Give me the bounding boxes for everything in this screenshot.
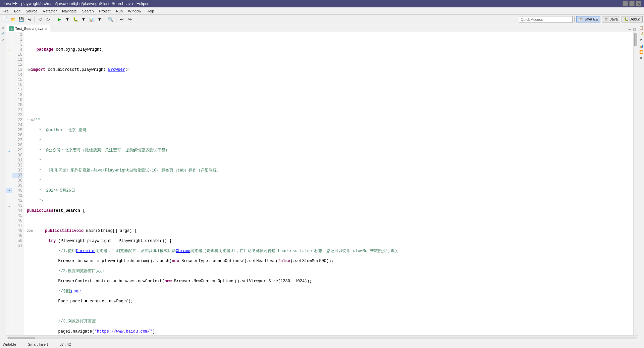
- code-line-30: page1.navigate("https://www.baidu.com/")…: [27, 329, 633, 334]
- code-line-25: BrowserContext context = browser.newCont…: [27, 279, 633, 284]
- annotation-gutter: ⚠ ℹ: [6, 32, 12, 335]
- code-line-3: [27, 57, 633, 62]
- new-button[interactable]: 📄: [1, 16, 9, 23]
- code-line-5: [27, 78, 633, 83]
- java-file-icon: J: [9, 26, 14, 31]
- print-button[interactable]: 🖨: [25, 16, 33, 23]
- menu-bar: File Edit Source Refactor Navigate Searc…: [0, 7, 644, 15]
- menu-edit[interactable]: Edit: [11, 7, 23, 14]
- redo-button[interactable]: ↪: [126, 16, 133, 23]
- minimize-button[interactable]: ─: [623, 1, 628, 6]
- vertical-scrollbar[interactable]: [633, 32, 638, 335]
- code-line-23: Browser browser = playwright.chromium().…: [27, 259, 633, 264]
- code-line-21: try (Playwright playwright = Playwright.…: [27, 239, 633, 244]
- code-line-6: [27, 88, 633, 93]
- main-layout: ⊟ 🔗 ⟳ J Test_Search.java ✕ ─ □: [0, 24, 644, 340]
- menu-source[interactable]: Source: [23, 7, 40, 14]
- maximize-editor-button[interactable]: □: [632, 27, 637, 32]
- outline-icon[interactable]: 📋: [639, 26, 644, 30]
- quick-access-input[interactable]: [519, 16, 573, 23]
- code-line-8: [27, 108, 633, 113]
- settings-icon[interactable]: ⚙: [639, 56, 644, 60]
- status-bar: Writable | Smart Insert | 37 : 42: [0, 340, 644, 348]
- code-line-1: [27, 37, 633, 42]
- open-button[interactable]: 📂: [9, 16, 17, 23]
- editor-area: J Test_Search.java ✕ ─ □ ⚠: [6, 24, 638, 340]
- toolbar: 📄 📂 💾 🖨 ◁ ▷ ▶ ▼ 🐛 ▼ 📊 ▼ 🔍 ↩ ↪ ☕ Java EE …: [0, 15, 644, 24]
- close-button[interactable]: ✕: [636, 1, 641, 6]
- menu-project[interactable]: Project: [96, 7, 113, 14]
- left-gutter: ⊟ 🔗 ⟳: [0, 24, 6, 340]
- line-numbers: 1 2 3 4 10 11 12 13 14 15 16 17 18 19 20…: [12, 32, 24, 335]
- prev-edit-button[interactable]: ◁: [37, 16, 44, 23]
- debug-dropdown-button[interactable]: ▼: [80, 16, 87, 23]
- window-title: Java EE - playwright/src/main/java/com/b…: [3, 1, 150, 6]
- menu-file[interactable]: File: [0, 7, 11, 14]
- minimize-editor-button[interactable]: ─: [628, 27, 632, 32]
- undo-button[interactable]: ↩: [118, 16, 125, 23]
- menu-run[interactable]: Run: [113, 7, 125, 14]
- code-line-26: //创建page: [27, 289, 633, 294]
- tasks-icon[interactable]: 📝: [639, 32, 644, 36]
- perspective-debug[interactable]: 🐛 Debug: [622, 16, 643, 22]
- coverage-button[interactable]: 📊: [88, 16, 95, 23]
- code-line-20: 22⊕ public static void main(String[] arg…: [27, 229, 633, 234]
- tab-close-button[interactable]: ✕: [45, 27, 47, 31]
- code-line-28: [27, 309, 633, 314]
- menu-refactor[interactable]: Refactor: [40, 7, 60, 14]
- horizontal-scrollbar[interactable]: [6, 335, 638, 340]
- next-edit-button[interactable]: ▷: [45, 16, 52, 23]
- marker-line-40: ⚠: [6, 203, 12, 208]
- sep3: [105, 16, 105, 22]
- status-insert-mode: Smart Insert: [28, 342, 48, 346]
- editor-tab-main[interactable]: J Test_Search.java ✕: [6, 25, 50, 32]
- status-mode: Writable: [3, 342, 16, 346]
- code-line-14: * 《刚刚问世》系列初窥篇-Java+Playwright自动化测试-10- 标…: [27, 168, 633, 173]
- code-editor[interactable]: ⚠ ℹ: [6, 32, 638, 335]
- menu-help[interactable]: Help: [144, 7, 157, 14]
- markers-icon[interactable]: ⚑: [639, 38, 644, 42]
- code-line-19: [27, 218, 633, 223]
- code-line-4: 4⊕ import com.microsoft.playwright.Brows…: [27, 67, 633, 72]
- link-editor-icon[interactable]: 🔗: [0, 31, 6, 36]
- code-content[interactable]: package com.bjhg.playwright; 4⊕ import c…: [24, 32, 633, 335]
- perspective-java[interactable]: ☕ Java: [602, 16, 620, 22]
- code-line-27: Page page1 = context.newPage();: [27, 299, 633, 304]
- debug-button[interactable]: 🐛: [72, 16, 79, 23]
- status-position: 37 : 42: [60, 342, 71, 346]
- scroll-thumb[interactable]: [634, 33, 637, 46]
- sep1: [35, 16, 35, 22]
- collapse-all-icon[interactable]: ⊟: [0, 25, 6, 30]
- run-button[interactable]: ▶: [56, 16, 63, 23]
- code-line-22: //1.使用Chromium浏览器，# 浏览器配置，设置以GUI模式启动Chro…: [27, 249, 633, 254]
- right-sidebar-icons: 📋 📝 ⚑ 📊 🔀 ⚙: [638, 24, 644, 340]
- coverage-icon[interactable]: 📊: [639, 44, 644, 48]
- save-button[interactable]: 💾: [17, 16, 25, 23]
- code-line-18: public class Test_Search {: [27, 208, 633, 213]
- code-line-16: * 2024年5月26日: [27, 188, 633, 193]
- git-icon[interactable]: 🔀: [639, 50, 644, 54]
- code-line-12: * @公众号：北京宏哥（微信搜索，关注宏哥，提前解锁更多测试干货）: [27, 148, 633, 153]
- code-line-29: //3.浏览器打开百度: [27, 319, 633, 324]
- code-line-9: 11⊕ /**: [27, 118, 633, 123]
- code-line-2: package com.bjhg.playwright;: [27, 47, 633, 52]
- current-line-marker: →: [6, 188, 12, 193]
- code-line-7: [27, 98, 633, 103]
- coverage-dropdown-button[interactable]: ▼: [96, 16, 103, 23]
- menu-window[interactable]: Window: [125, 7, 144, 14]
- tab-filename: Test_Search.java: [15, 27, 43, 31]
- menu-navigate[interactable]: Navigate: [59, 7, 79, 14]
- perspective-area: ☕ Java EE ☕ Java 🐛 Debug: [576, 16, 643, 22]
- sep2: [54, 16, 54, 22]
- run-dropdown-button[interactable]: ▼: [64, 16, 71, 23]
- sep5: [574, 16, 575, 22]
- title-bar-buttons: ─ □ ✕: [623, 1, 641, 6]
- perspective-javaee[interactable]: ☕ Java EE: [576, 16, 600, 22]
- code-line-24: //2.设置浏览器窗口大小: [27, 269, 633, 274]
- search-button[interactable]: 🔍: [107, 16, 114, 23]
- maximize-button[interactable]: □: [629, 1, 635, 6]
- sync-icon[interactable]: ⟳: [0, 37, 6, 42]
- menu-search[interactable]: Search: [79, 7, 97, 14]
- code-line-13: *: [27, 158, 633, 163]
- title-bar: Java EE - playwright/src/main/java/com/b…: [0, 0, 644, 7]
